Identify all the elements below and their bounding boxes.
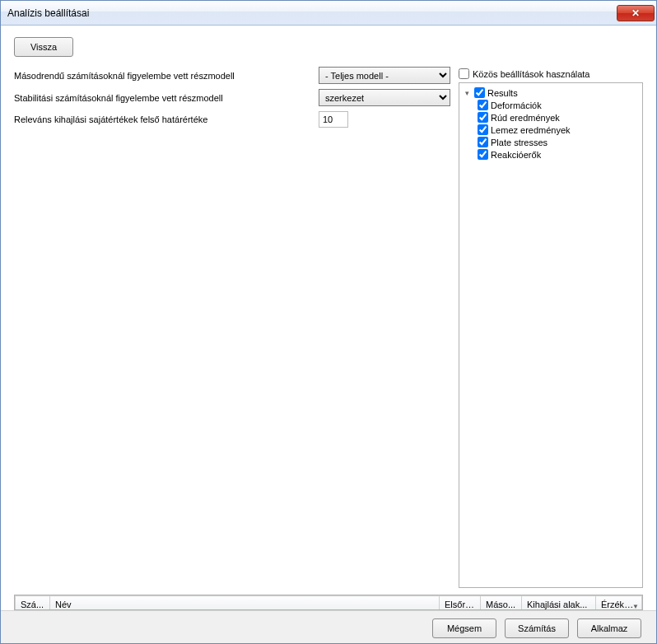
tree-item[interactable]: Lemez eredmények bbox=[463, 124, 639, 136]
tree-item-checkbox[interactable] bbox=[478, 100, 488, 110]
cancel-button[interactable]: Mégsem bbox=[432, 618, 496, 638]
tree-item-checkbox[interactable] bbox=[478, 137, 488, 147]
tree-collapse-icon[interactable]: ▾ bbox=[463, 88, 472, 97]
calculate-button[interactable]: Számítás bbox=[505, 618, 569, 638]
apply-button[interactable]: Alkalmaz bbox=[577, 618, 641, 638]
dialog-footer: Mégsem Számítás Alkalmaz bbox=[1, 610, 656, 644]
dialog-content: Vissza Másodrendű számításoknál figyelem… bbox=[1, 26, 656, 610]
col-second[interactable]: Máso... bbox=[481, 596, 522, 611]
tree-item-label: Reakcióerők bbox=[491, 150, 541, 160]
back-button[interactable]: Vissza bbox=[14, 37, 73, 57]
col-first[interactable]: Elsőre... bbox=[440, 596, 481, 611]
tree-root-checkbox[interactable] bbox=[474, 87, 485, 98]
load-combinations-table: Szá... Név Elsőre... Máso... Kihajlási a… bbox=[14, 595, 643, 610]
close-button[interactable]: ✕ bbox=[617, 5, 655, 21]
tree-item-checkbox[interactable] bbox=[478, 124, 488, 135]
tree-item-checkbox[interactable] bbox=[478, 149, 488, 160]
col-buck[interactable]: Kihajlási alak... bbox=[522, 596, 596, 611]
second-order-label: Másodrendű számításoknál figyelembe vett… bbox=[14, 71, 236, 81]
col-name[interactable]: Név bbox=[50, 596, 440, 611]
common-settings-label: Közös beállítások használata bbox=[473, 69, 589, 79]
tree-item-label: Plate stresses bbox=[491, 138, 548, 147]
tree-item[interactable]: Reakcióerők bbox=[463, 148, 639, 161]
tree-item[interactable]: Deformációk bbox=[463, 99, 639, 111]
tree-item-label: Deformációk bbox=[491, 100, 542, 110]
col-calc[interactable]: Szá... bbox=[16, 596, 50, 611]
stability-label: Stabilitási számításoknál figyelembe vet… bbox=[14, 93, 236, 103]
window-title: Analízis beállításai bbox=[7, 7, 617, 19]
tree-item-checkbox[interactable] bbox=[478, 112, 488, 123]
tree-root-label: Results bbox=[487, 88, 518, 98]
second-order-select[interactable]: - Teljes modell - bbox=[319, 67, 450, 84]
close-icon: ✕ bbox=[631, 7, 640, 19]
tree-item[interactable]: Plate stresses bbox=[463, 136, 639, 148]
eigenvalue-input[interactable] bbox=[319, 111, 348, 128]
titlebar: Analízis beállításai ✕ bbox=[1, 1, 656, 26]
common-settings-checkbox[interactable] bbox=[459, 68, 469, 79]
stability-select[interactable]: szerkezet bbox=[319, 89, 450, 106]
eigenvalue-label: Releváns kihajlási sajátértékek felső ha… bbox=[14, 114, 236, 124]
tree-root[interactable]: ▾ Results bbox=[463, 86, 639, 99]
results-tree: ▾ Results DeformációkRúd eredményekLemez… bbox=[459, 82, 643, 588]
scroll-down-icon[interactable]: ▼ bbox=[629, 600, 642, 610]
tree-item[interactable]: Rúd eredmények bbox=[463, 111, 639, 124]
tree-item-label: Rúd eredmények bbox=[491, 113, 560, 123]
tree-item-label: Lemez eredmények bbox=[491, 125, 571, 135]
